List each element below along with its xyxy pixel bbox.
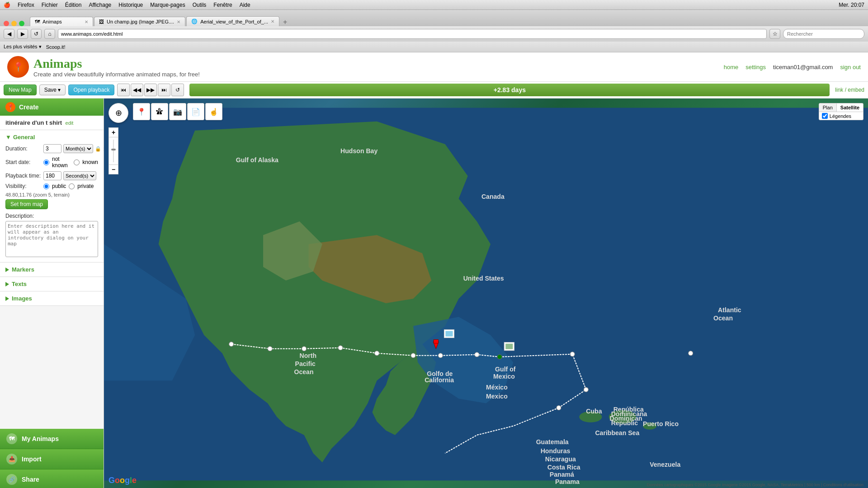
satellite-button[interactable]: Satellite (837, 103, 863, 112)
firefox-menu[interactable]: Firefox (18, 2, 34, 8)
general-toggle[interactable]: ▼ General (5, 134, 98, 141)
forward-end-button[interactable]: ⏭ (158, 84, 170, 96)
most-visited-bookmark[interactable]: Les plus visités ▾ (4, 44, 42, 50)
visibility-radio-group: public private (43, 183, 94, 189)
sidebar-item-my-animaps[interactable]: 🗺 My Animaps (0, 429, 104, 449)
zoom-out-button[interactable]: − (108, 164, 118, 174)
rewind-start-button[interactable]: ⏮ (117, 84, 130, 96)
svg-text:Gulf of: Gulf of (495, 366, 516, 373)
home-nav-link[interactable]: home (724, 64, 739, 70)
known-radio[interactable] (74, 160, 80, 165)
scoopit-bookmark[interactable]: Scoop.it! (46, 44, 66, 50)
maximize-window-button[interactable] (19, 21, 24, 26)
close-window-button[interactable] (4, 21, 9, 26)
duration-unit-select[interactable]: Month(s) (63, 144, 93, 153)
sidebar-item-share[interactable]: 🔗 Share (0, 469, 104, 488)
compass-button[interactable]: ⊕ (108, 103, 128, 123)
images-section[interactable]: Images (0, 291, 104, 306)
public-radio[interactable] (43, 183, 49, 189)
svg-point-17 (689, 351, 693, 356)
svg-point-8 (338, 346, 343, 350)
description-textarea[interactable] (5, 221, 98, 257)
open-playback-button[interactable]: Open playback (68, 84, 114, 95)
plan-button[interactable]: Plan (819, 103, 837, 112)
tab-animaps[interactable]: 🗺 Animaps ✕ (30, 17, 93, 26)
images-label: Images (12, 295, 32, 302)
sidebar-create-header: 📍 Create (0, 99, 104, 116)
legends-row: Légendes (819, 112, 863, 120)
svg-text:Hudson Bay: Hudson Bay (340, 147, 377, 155)
fenetre-menu[interactable]: Fenêtre (213, 2, 232, 8)
route-tool-button[interactable]: 🛣 (151, 103, 168, 120)
reload-button[interactable]: ↺ (31, 29, 42, 39)
tab-champ-close[interactable]: ✕ (177, 19, 180, 24)
tab-aerial-close[interactable]: ✕ (271, 19, 274, 24)
minimize-window-button[interactable] (11, 21, 17, 26)
marque-pages-menu[interactable]: Marque-pages (150, 2, 185, 8)
create-icon: 📍 (5, 102, 15, 112)
svg-point-16 (557, 405, 561, 410)
share-icon: 🔗 (6, 474, 17, 485)
svg-point-10 (411, 353, 415, 358)
markers-section[interactable]: Markers (0, 263, 104, 277)
edition-menu[interactable]: Édition (65, 2, 82, 8)
map-area[interactable]: Canada United States México Mexico Hudso… (104, 99, 868, 488)
app-title: Animaps (33, 56, 200, 71)
set-from-map-button[interactable]: Set from map (5, 199, 48, 209)
tab-champ[interactable]: 🖼 Un champ.jpg (Image JPEG.... ✕ (94, 17, 185, 26)
sign-out-link[interactable]: sign out (840, 64, 861, 70)
bookmark-button[interactable]: ☆ (769, 29, 780, 39)
svg-text:Mexico: Mexico (486, 393, 508, 400)
search-bar[interactable] (783, 29, 864, 39)
historique-menu[interactable]: Historique (118, 2, 143, 8)
texts-section[interactable]: Texts (0, 277, 104, 291)
text-tool-button[interactable]: 📄 (187, 103, 204, 120)
back-button[interactable]: ◀ (4, 29, 14, 39)
rewind-button[interactable]: ◀◀ (131, 84, 143, 96)
tab-aerial[interactable]: 🌐 Aerial_view_of_the_Port_of_... ✕ (186, 16, 279, 26)
not-known-radio[interactable] (43, 160, 49, 165)
address-bar[interactable] (58, 29, 767, 39)
home-button[interactable]: ⌂ (44, 29, 55, 39)
save-button[interactable]: Save ▾ (39, 84, 66, 95)
svg-text:Atlantic: Atlantic (718, 306, 741, 314)
zoom-in-button[interactable]: + (108, 127, 118, 137)
area-tool-button[interactable]: 📷 (169, 103, 186, 120)
tab-animaps-label: Animaps (42, 19, 62, 24)
svg-point-9 (375, 351, 379, 356)
map-title-edit[interactable]: edit (66, 120, 74, 126)
playback-time-unit-select[interactable]: Second(s) (63, 171, 96, 180)
playback-time-input[interactable] (43, 171, 61, 180)
affichage-menu[interactable]: Affichage (89, 2, 111, 8)
app-nav: home settings ticeman01@gmail.com sign o… (724, 64, 861, 70)
aide-menu[interactable]: Aide (240, 2, 250, 8)
start-date-label: Start date: (5, 159, 42, 165)
forward-button[interactable]: ▶ (17, 29, 28, 39)
marker-tool-button[interactable]: 📍 (133, 103, 150, 120)
legends-checkbox[interactable] (822, 113, 828, 119)
fast-forward-button[interactable]: ▶▶ (144, 84, 157, 96)
tab-animaps-favicon: 🗺 (35, 19, 40, 24)
sidebar-item-import[interactable]: 📥 Import (0, 449, 104, 469)
private-radio[interactable] (69, 183, 75, 189)
svg-point-14 (570, 352, 575, 357)
markers-triangle-icon (5, 267, 9, 272)
svg-text:Mexico: Mexico (493, 373, 515, 380)
svg-point-11 (438, 353, 443, 358)
map-type-control: Plan Satellite Légendes (819, 103, 863, 120)
duration-input[interactable] (43, 144, 61, 153)
svg-text:México: México (486, 384, 508, 391)
general-triangle-icon: ▼ (5, 134, 11, 141)
cursor-tool-button[interactable]: ☝ (205, 103, 222, 120)
new-map-button[interactable]: New Map (4, 84, 37, 95)
public-label: public (52, 183, 66, 189)
map-link[interactable]: link / embed (835, 87, 864, 93)
new-tab-button[interactable]: + (280, 18, 290, 26)
apple-menu[interactable]: 🍎 (4, 2, 10, 8)
fichier-menu[interactable]: Fichier (42, 2, 58, 8)
import-icon: 📥 (6, 454, 17, 465)
tab-animaps-close[interactable]: ✕ (85, 19, 88, 24)
loop-button[interactable]: ↺ (171, 84, 184, 96)
settings-nav-link[interactable]: settings (745, 64, 766, 70)
outils-menu[interactable]: Outils (193, 2, 207, 8)
